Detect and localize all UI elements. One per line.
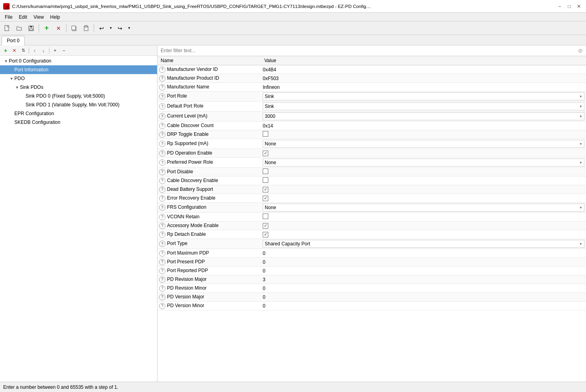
tab-port0[interactable]: Port 0	[2, 36, 25, 45]
tree-add-button[interactable]: +	[2, 47, 10, 55]
tree-item-sink-pdo1[interactable]: Sink PDO 1 (Variable Supply, Min Volt:70…	[0, 100, 157, 109]
delete-button[interactable]: ✕	[53, 23, 64, 34]
undo-button[interactable]: ↩	[96, 23, 107, 34]
help-icon-port-max-pdp[interactable]: ?	[159, 250, 165, 257]
checkbox-accessory-mode-enable[interactable]	[263, 223, 268, 229]
tree-moveup-button[interactable]: ↑	[31, 47, 39, 55]
help-icon-pd-version-minor[interactable]: ?	[159, 303, 165, 309]
help-icon-port-type[interactable]: ?	[159, 241, 165, 247]
prop-value-cell-dead-battery-support[interactable]	[261, 185, 586, 194]
dropdown-preferred-power-role[interactable]: None▼	[263, 159, 584, 167]
dropdown-port-role[interactable]: Sink▼	[263, 92, 584, 100]
help-icon-drp-toggle-enable[interactable]: ?	[159, 131, 165, 138]
help-icon-mfr-name[interactable]: ?	[159, 84, 165, 90]
help-icon-port-disable[interactable]: ?	[159, 169, 165, 175]
new-button[interactable]	[2, 23, 13, 34]
checkbox-error-recovery-enable[interactable]	[263, 196, 268, 201]
checkbox-cable-discovery-enable[interactable]	[263, 177, 268, 183]
help-icon-port-reported-pdp[interactable]: ?	[159, 268, 165, 274]
menu-file[interactable]: File	[2, 14, 16, 21]
tree-sort-button[interactable]: ⇅	[19, 47, 27, 55]
dropdown-default-port-role[interactable]: Sink▼	[263, 102, 584, 110]
close-button[interactable]: ✕	[575, 2, 583, 10]
minimize-button[interactable]: −	[556, 2, 564, 10]
help-icon-port-role[interactable]: ?	[159, 93, 165, 100]
tree-item-sink-pdo0[interactable]: Sink PDO 0 (Fixed Supply, Volt:5000)	[0, 92, 157, 100]
prop-value-cell-vconn-retain[interactable]	[261, 213, 586, 221]
filter-input[interactable]	[157, 45, 575, 56]
prop-value-cell-pd-operation-enable[interactable]	[261, 149, 586, 158]
save-button[interactable]	[26, 23, 37, 34]
checkbox-rp-detach-enable[interactable]	[263, 232, 268, 237]
prop-name-pd-operation-enable: PD Operation Enable	[167, 150, 212, 156]
help-icon-preferred-power-role[interactable]: ?	[159, 159, 165, 166]
prop-value-cell-rp-supported[interactable]: None▼	[261, 139, 586, 149]
paste-button[interactable]	[81, 23, 92, 34]
redo-dropdown[interactable]: ▼	[126, 23, 132, 34]
help-icon-cable-discovery-enable[interactable]: ?	[159, 178, 165, 184]
checkbox-vconn-retain[interactable]	[263, 214, 268, 219]
prop-value-cell-rp-detach-enable[interactable]	[261, 230, 586, 239]
prop-value-cell-drp-toggle-enable[interactable]	[261, 130, 586, 139]
help-icon-accessory-mode-enable[interactable]: ?	[159, 223, 165, 229]
prop-value-cell-default-port-role[interactable]: Sink▼	[261, 102, 586, 112]
help-icon-port-present-pdp[interactable]: ?	[159, 259, 165, 265]
help-icon-frs-configuration[interactable]: ?	[159, 204, 165, 211]
prop-value-cell-frs-configuration[interactable]: None▼	[261, 203, 586, 213]
help-icon-rp-supported[interactable]: ?	[159, 141, 165, 147]
tree-item-port0-config[interactable]: Port 0 Configuration	[0, 57, 157, 65]
tree-movedown-button[interactable]: ↓	[39, 47, 47, 55]
help-icon-vconn-retain[interactable]: ?	[159, 214, 165, 220]
value-text-pd-version-minor: 0	[263, 303, 265, 309]
menu-view[interactable]: View	[30, 14, 47, 21]
help-icon-mfr-product-id[interactable]: ?	[159, 75, 165, 82]
menu-help[interactable]: Help	[47, 14, 63, 21]
tree-item-pdo[interactable]: PDO	[0, 74, 157, 83]
open-button[interactable]	[14, 23, 25, 34]
prop-name-cell-pd-revision-minor: ?PD Revision Minor	[157, 284, 261, 293]
help-icon-pd-revision-minor[interactable]: ?	[159, 285, 165, 292]
help-icon-rp-detach-enable[interactable]: ?	[159, 231, 165, 238]
help-icon-pd-version-major[interactable]: ?	[159, 294, 165, 300]
help-icon-pd-operation-enable[interactable]: ?	[159, 150, 165, 157]
help-icon-error-recovery-enable[interactable]: ?	[159, 195, 165, 202]
table-row: ?Dead Battery Support	[157, 185, 586, 194]
help-icon-pd-revision-major[interactable]: ?	[159, 276, 165, 283]
checkbox-dead-battery-support[interactable]	[263, 187, 268, 192]
copy-button[interactable]	[69, 23, 80, 34]
menu-edit[interactable]: Edit	[16, 14, 30, 21]
tree-item-port-info[interactable]: Port Information	[0, 65, 157, 74]
dropdown-rp-supported[interactable]: None▼	[263, 140, 584, 148]
tree-item-sink-pdos[interactable]: Sink PDOs	[0, 83, 157, 92]
tree-item-skedb-config[interactable]: SKEDB Configuration	[0, 118, 157, 127]
dropdown-port-type[interactable]: Shared Capacity Port▼	[263, 240, 584, 248]
checkbox-drp-toggle-enable[interactable]	[263, 131, 268, 137]
add-button[interactable]: +	[41, 23, 52, 34]
help-icon-cable-discover-count[interactable]: ?	[159, 123, 165, 129]
prop-value-cell-port-disable[interactable]	[261, 168, 586, 176]
tree-item-epr-config[interactable]: EPR Configuration	[0, 109, 157, 118]
dropdown-current-level[interactable]: 3000▼	[263, 112, 584, 120]
help-icon-mfr-vendor-id[interactable]: ?	[159, 67, 165, 73]
prop-value-cell-preferred-power-role[interactable]: None▼	[261, 158, 586, 168]
help-icon-dead-battery-support[interactable]: ?	[159, 186, 165, 193]
tree-expand-button[interactable]: +	[51, 47, 59, 55]
col-name-header: Name	[157, 56, 261, 65]
checkbox-port-disable[interactable]	[263, 169, 268, 174]
prop-name-cell-error-recovery-enable: ?Error Recovery Enable	[157, 194, 261, 203]
help-icon-current-level[interactable]: ?	[159, 113, 165, 120]
dropdown-frs-configuration[interactable]: None▼	[263, 204, 584, 212]
maximize-button[interactable]: □	[565, 2, 573, 10]
redo-button[interactable]: ↪	[114, 23, 126, 34]
tree-collapse-button[interactable]: −	[60, 47, 68, 55]
prop-value-cell-current-level[interactable]: 3000▼	[261, 112, 586, 122]
prop-value-cell-accessory-mode-enable[interactable]	[261, 221, 586, 230]
prop-value-cell-port-role[interactable]: Sink▼	[261, 92, 586, 102]
prop-value-cell-cable-discovery-enable[interactable]	[261, 176, 586, 185]
prop-value-cell-error-recovery-enable[interactable]	[261, 194, 586, 203]
prop-value-cell-port-type[interactable]: Shared Capacity Port▼	[261, 239, 586, 249]
tree-delete-button[interactable]: ✕	[10, 47, 18, 55]
checkbox-pd-operation-enable[interactable]	[263, 151, 268, 156]
help-icon-default-port-role[interactable]: ?	[159, 103, 165, 110]
undo-dropdown[interactable]: ▼	[108, 23, 114, 34]
